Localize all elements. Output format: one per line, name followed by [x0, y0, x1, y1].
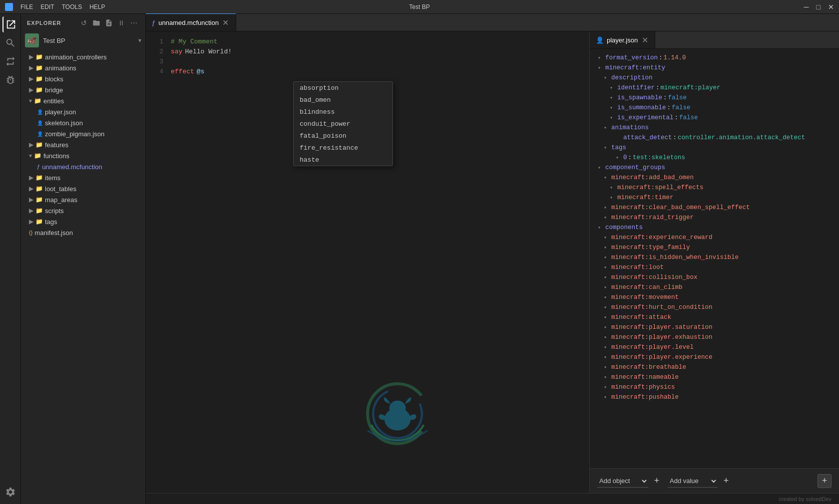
- tree-item-items[interactable]: ▶ 📁 items: [21, 172, 145, 183]
- add-large-button[interactable]: +: [818, 474, 832, 488]
- code-line-3: 3: [146, 56, 589, 66]
- right-panel: 👤 player.json ✕ ▾ format_version : 1.14.…: [589, 31, 839, 493]
- json-row-is-experimental[interactable]: ▾ is_experimental : false: [590, 113, 839, 123]
- right-tab-label: player.json: [607, 36, 638, 44]
- svg-point-3: [390, 401, 406, 416]
- file-tree: ▶ 📁 animation_controllers ▶ 📁 animations…: [21, 49, 145, 504]
- menu-file[interactable]: FILE: [20, 3, 33, 10]
- window-controls: ─ □ ✕: [804, 3, 834, 11]
- json-row-player-exhaustion[interactable]: ▾ minecraft:player.exhaustion: [590, 332, 839, 342]
- json-row-clear-bad-omen[interactable]: ▾ minecraft:clear_bad_omen_spell_effect: [590, 203, 839, 213]
- json-row-pushable[interactable]: ▾ minecraft:pushable: [590, 392, 839, 402]
- more-actions-button[interactable]: ⋯: [128, 17, 139, 28]
- logo-overlay: [360, 376, 435, 453]
- right-tab-close[interactable]: ✕: [641, 36, 649, 44]
- autocomplete-item-conduit-power[interactable]: conduit_power: [294, 118, 393, 130]
- json-row-is-summonable[interactable]: ▾ is_summonable : false: [590, 103, 839, 113]
- menu-help[interactable]: HELP: [89, 3, 105, 10]
- json-row-player-saturation[interactable]: ▾ minecraft:player.saturation: [590, 322, 839, 332]
- right-tab-bar: 👤 player.json ✕: [590, 31, 839, 49]
- json-row-player-experience[interactable]: ▾ minecraft:player.experience: [590, 352, 839, 362]
- json-row-breathable[interactable]: ▾ minecraft:breathable: [590, 362, 839, 372]
- json-row-raid-trigger[interactable]: ▾ minecraft:raid_trigger: [590, 213, 839, 223]
- tree-item-manifest-json[interactable]: {} manifest.json: [21, 227, 145, 238]
- new-folder-button[interactable]: [91, 17, 102, 28]
- json-row-movement[interactable]: ▾ minecraft:movement: [590, 292, 839, 302]
- json-bottom-toolbar: Add object + Add value + +: [590, 468, 839, 493]
- add-object-button[interactable]: +: [651, 475, 663, 487]
- json-row-tag-0[interactable]: ▾ 0 : test:skeletons: [590, 153, 839, 163]
- tree-item-features[interactable]: ▶ 📁 features: [21, 139, 145, 150]
- json-row-type-family[interactable]: ▾ minecraft:type_family: [590, 243, 839, 252]
- project-name: Test BP: [43, 37, 134, 44]
- json-row-identifier[interactable]: ▾ identifier : minecraft:player: [590, 83, 839, 93]
- json-row-description[interactable]: ▾ description: [590, 73, 839, 83]
- autocomplete-item-absorption[interactable]: absorption: [294, 82, 393, 94]
- project-header[interactable]: 🐗 Test BP ▾: [21, 31, 145, 49]
- autocomplete-item-blindness[interactable]: blindness: [294, 106, 393, 118]
- json-row-attack-detect[interactable]: attack_detect : controller.animation.att…: [590, 133, 839, 143]
- activity-settings[interactable]: [2, 484, 18, 500]
- json-row-components[interactable]: ▾ components: [590, 223, 839, 233]
- right-tab-player-json[interactable]: 👤 player.json ✕: [590, 31, 655, 48]
- autocomplete-item-fatal-poison[interactable]: fatal_poison: [294, 130, 393, 142]
- add-object-select[interactable]: Add object: [597, 475, 648, 488]
- tree-item-skeleton-json[interactable]: 👤 skeleton.json: [21, 117, 145, 128]
- menu-edit[interactable]: EDIT: [40, 3, 54, 10]
- minimize-button[interactable]: ─: [804, 3, 809, 11]
- tree-item-loot-tables[interactable]: ▶ 📁 loot_tables: [21, 183, 145, 194]
- tree-item-bridge[interactable]: ▶ 📁 bridge: [21, 84, 145, 95]
- tree-item-blocks[interactable]: ▶ 📁 blocks: [21, 73, 145, 84]
- json-row-can-climb[interactable]: ▾ minecraft:can_climb: [590, 282, 839, 292]
- json-row-tags[interactable]: ▾ tags: [590, 143, 839, 153]
- json-row-player-level[interactable]: ▾ minecraft:player.level: [590, 342, 839, 352]
- collapse-button[interactable]: [116, 17, 127, 28]
- refresh-button[interactable]: ↺: [78, 17, 89, 28]
- json-row-collision-box[interactable]: ▾ minecraft:collision_box: [590, 272, 839, 282]
- activity-explorer[interactable]: [2, 16, 18, 32]
- tree-item-scripts[interactable]: ▶ 📁 scripts: [21, 205, 145, 216]
- tab-close-button[interactable]: ✕: [222, 18, 230, 26]
- tree-item-zombie-pigman-json[interactable]: 👤 zombie_pigman.json: [21, 128, 145, 139]
- tree-item-unnamed-mcfunction[interactable]: ƒ unnamed.mcfunction: [21, 161, 145, 172]
- json-row-hurt-on-condition[interactable]: ▾ minecraft:hurt_on_condition: [590, 302, 839, 312]
- close-button[interactable]: ✕: [828, 3, 834, 11]
- editor[interactable]: 1 # My Comment 2 say Hello World! 3 4 ef…: [146, 31, 589, 493]
- activity-search[interactable]: [2, 35, 18, 51]
- add-value-select[interactable]: Add value: [668, 475, 718, 488]
- maximize-button[interactable]: □: [817, 3, 821, 11]
- tab-bar: ƒ unnamed.mcfunction ✕: [146, 14, 839, 31]
- json-row-is-spawnable[interactable]: ▾ is_spawnable : false: [590, 93, 839, 103]
- autocomplete-item-haste[interactable]: haste: [294, 154, 393, 166]
- tree-item-entities[interactable]: ▾ 📁 entities: [21, 95, 145, 106]
- editor-tab-unnamed[interactable]: ƒ unnamed.mcfunction ✕: [146, 13, 236, 31]
- json-row-experience-reward[interactable]: ▾ minecraft:experience_reward: [590, 233, 839, 243]
- json-row-format-version[interactable]: ▾ format_version : 1.14.0: [590, 53, 839, 63]
- json-row-nameable[interactable]: ▾ minecraft:nameable: [590, 372, 839, 382]
- add-value-button[interactable]: +: [720, 475, 732, 487]
- tree-item-tags[interactable]: ▶ 📁 tags: [21, 216, 145, 227]
- menu-tools[interactable]: TOOLS: [62, 3, 82, 10]
- autocomplete-item-fire-resistance[interactable]: fire_resistance: [294, 142, 393, 154]
- json-row-loot[interactable]: ▾ minecraft:loot: [590, 262, 839, 272]
- json-row-physics[interactable]: ▾ minecraft:physics: [590, 382, 839, 392]
- json-row-is-hidden[interactable]: ▾ minecraft:is_hidden_when_invisible: [590, 252, 839, 262]
- json-tree[interactable]: ▾ format_version : 1.14.0 ▾ minecraft:en…: [590, 49, 839, 468]
- json-row-spell-effects[interactable]: ▾ minecraft:spell_effects: [590, 183, 839, 193]
- json-row-component-groups[interactable]: ▾ component_groups: [590, 163, 839, 173]
- tree-item-map-areas[interactable]: ▶ 📁 map_areas: [21, 194, 145, 205]
- json-row-animations[interactable]: ▾ animations: [590, 123, 839, 133]
- json-row-mc-entity[interactable]: ▾ minecraft:entity: [590, 63, 839, 73]
- activity-extensions[interactable]: [2, 72, 18, 88]
- tree-item-animation-controllers[interactable]: ▶ 📁 animation_controllers: [21, 51, 145, 62]
- activity-source-control[interactable]: [2, 53, 18, 69]
- tree-item-functions[interactable]: ▾ 📁 functions: [21, 150, 145, 161]
- add-object-group: Add object +: [597, 475, 663, 488]
- tree-item-animations[interactable]: ▶ 📁 animations: [21, 62, 145, 73]
- json-row-attack[interactable]: ▾ minecraft:attack: [590, 312, 839, 322]
- tree-item-player-json[interactable]: 👤 player.json: [21, 106, 145, 117]
- json-row-add-bad-omen[interactable]: ▾ minecraft:add_bad_omen: [590, 173, 839, 183]
- autocomplete-item-bad-omen[interactable]: bad_omen: [294, 94, 393, 106]
- new-file-button[interactable]: [103, 17, 114, 28]
- json-row-timer[interactable]: ▾ minecraft:timer: [590, 193, 839, 203]
